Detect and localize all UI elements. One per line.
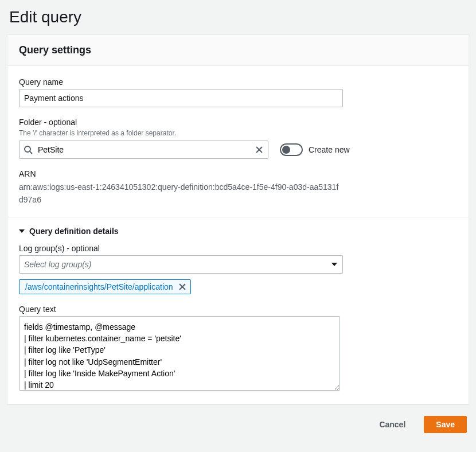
create-new-toggle[interactable] [280,143,303,156]
log-groups-field: Log group(s) - optional Select log group… [19,244,457,294]
log-group-chips: /aws/containerinsights/PetSite/applicati… [19,279,457,294]
svg-marker-5 [331,263,337,266]
caret-down-icon [19,228,25,234]
folder-label: Folder - optional [19,118,457,127]
details-header: Query definition details [29,227,119,236]
toggle-knob [282,146,290,154]
log-groups-select[interactable]: Select log group(s) [19,255,343,274]
cancel-button[interactable]: Cancel [368,416,417,433]
query-name-input[interactable] [19,89,343,107]
folder-input[interactable] [19,141,268,159]
log-groups-placeholder: Select log group(s) [24,260,92,269]
query-name-field: Query name [19,77,457,107]
arn-field: ARN arn:aws:logs:us-east-1:246341051302:… [19,169,457,206]
arn-value: arn:aws:logs:us-east-1:246341051302:quer… [19,181,340,206]
close-icon[interactable] [255,145,264,154]
save-button[interactable]: Save [424,416,467,433]
arn-label: ARN [19,169,457,178]
query-settings-panel: Query settings Query name Folder - optio… [7,34,469,404]
log-group-chip: /aws/containerinsights/PetSite/applicati… [19,279,191,294]
log-groups-label: Log group(s) - optional [19,244,457,253]
footer-actions: Cancel Save [0,404,476,433]
query-text-label: Query text [19,305,457,314]
query-text-textarea[interactable] [19,316,340,391]
log-group-chip-label: /aws/containerinsights/PetSite/applicati… [25,282,173,291]
close-icon[interactable] [178,282,187,291]
details-toggle[interactable]: Query definition details [19,217,457,244]
folder-search-wrapper [19,141,268,159]
chevron-down-icon [331,261,338,268]
panel-header-title: Query settings [19,44,457,56]
svg-marker-4 [19,229,25,233]
folder-hint: The '/' character is interpreted as a fo… [19,129,457,137]
query-text-field: Query text [19,305,457,392]
query-name-label: Query name [19,77,457,87]
panel-header: Query settings [7,35,469,66]
folder-field: Folder - optional The '/' character is i… [19,118,457,159]
create-new-toggle-row: Create new [280,143,350,156]
page-title: Edit query [0,0,476,34]
create-new-label: Create new [309,145,350,154]
